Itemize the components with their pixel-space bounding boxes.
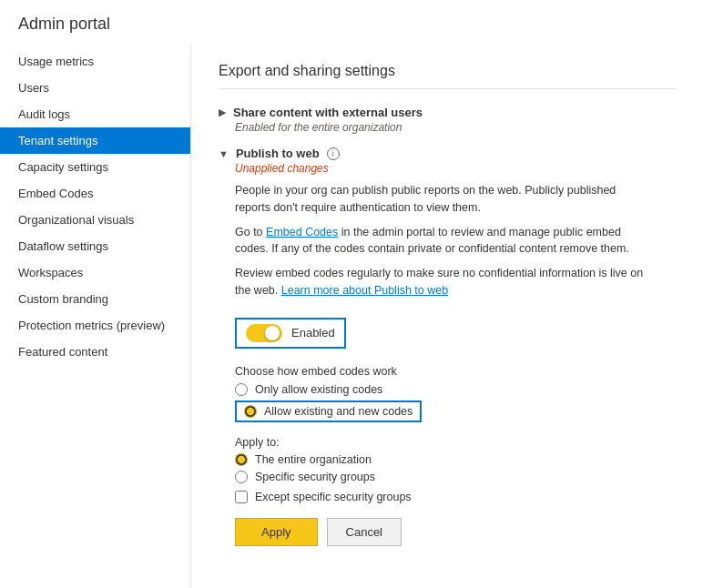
radio-allow-new-input[interactable] bbox=[244, 405, 257, 418]
apply-specific-groups[interactable]: Specific security groups bbox=[235, 471, 676, 483]
sidebar-item-tenant-settings[interactable]: Tenant settings bbox=[0, 127, 190, 154]
sidebar-item-workspaces[interactable]: Workspaces bbox=[0, 259, 190, 286]
section-title: Export and sharing settings bbox=[219, 63, 676, 89]
share-content-arrow[interactable]: ▶ bbox=[219, 106, 226, 118]
embed-codes-group: Choose how embed codes work Only allow e… bbox=[235, 365, 676, 427]
radio-allow-new-label: Allow existing and new codes bbox=[264, 405, 413, 418]
apply-entire-org-label: The entire organization bbox=[255, 453, 372, 466]
share-content-sublabel: Enabled for the entire organization bbox=[235, 121, 676, 134]
apply-button[interactable]: Apply bbox=[235, 518, 318, 546]
sidebar-item-usage-metrics[interactable]: Usage metrics bbox=[0, 48, 190, 75]
app-title: Admin portal bbox=[0, 0, 703, 45]
publish-web-desc1: People in your org can publish public re… bbox=[235, 182, 654, 217]
apply-entire-org[interactable]: The entire organization bbox=[235, 453, 676, 466]
info-icon[interactable]: i bbox=[327, 147, 340, 160]
radio-allow-new-row: Allow existing and new codes bbox=[235, 400, 422, 422]
apply-specific-groups-input[interactable] bbox=[235, 471, 248, 483]
radio-allow-new[interactable]: Allow existing and new codes bbox=[244, 405, 413, 418]
apply-to-label: Apply to: bbox=[235, 436, 676, 449]
apply-entire-org-input[interactable] bbox=[235, 453, 248, 466]
except-security-groups-label: Except specific security groups bbox=[255, 491, 412, 503]
toggle-label: Enabled bbox=[291, 326, 335, 340]
radio-only-existing[interactable]: Only allow existing codes bbox=[235, 383, 676, 396]
radio-only-existing-input[interactable] bbox=[235, 383, 248, 396]
action-buttons: Apply Cancel bbox=[235, 518, 676, 546]
main-content: Export and sharing settings ▶ Share cont… bbox=[191, 45, 703, 588]
sidebar-item-embed-codes[interactable]: Embed Codes bbox=[0, 180, 190, 207]
sidebar-item-protection-metrics[interactable]: Protection metrics (preview) bbox=[0, 312, 190, 339]
sidebar-item-users[interactable]: Users bbox=[0, 75, 190, 101]
sidebar-item-organizational-visuals[interactable]: Organizational visuals bbox=[0, 207, 190, 233]
publish-web-desc3: Review embed codes regularly to make sur… bbox=[235, 265, 654, 299]
apply-to-section: Apply to: The entire organization Specif… bbox=[235, 436, 676, 483]
enabled-toggle[interactable] bbox=[246, 324, 282, 342]
sidebar-item-audit-logs[interactable]: Audit logs bbox=[0, 101, 190, 127]
sidebar-item-featured-content[interactable]: Featured content bbox=[0, 339, 190, 365]
sidebar-item-custom-branding[interactable]: Custom branding bbox=[0, 286, 190, 312]
share-content-label: Share content with external users bbox=[233, 106, 423, 119]
embed-codes-link[interactable]: Embed Codes bbox=[266, 226, 338, 238]
share-content-setting: ▶ Share content with external users Enab… bbox=[219, 106, 676, 134]
except-security-groups-input[interactable] bbox=[235, 491, 248, 503]
publish-web-arrow[interactable]: ▼ bbox=[219, 148, 229, 159]
cancel-button[interactable]: Cancel bbox=[327, 518, 402, 546]
learn-more-link[interactable]: Learn more about Publish to web bbox=[281, 284, 448, 297]
publish-web-body: People in your org can publish public re… bbox=[235, 182, 676, 546]
publish-web-sublabel: Unapplied changes bbox=[235, 162, 676, 175]
except-security-groups[interactable]: Except specific security groups bbox=[235, 491, 676, 503]
publish-web-setting: ▼ Publish to web i Unapplied changes Peo… bbox=[219, 147, 676, 546]
publish-web-desc2: Go to Embed Codes in the admin portal to… bbox=[235, 224, 654, 259]
apply-specific-groups-label: Specific security groups bbox=[255, 471, 375, 483]
toggle-row: Enabled bbox=[235, 318, 346, 349]
radio-only-existing-label: Only allow existing codes bbox=[255, 383, 382, 396]
sidebar-item-capacity-settings[interactable]: Capacity settings bbox=[0, 154, 190, 180]
sidebar-item-dataflow-settings[interactable]: Dataflow settings bbox=[0, 233, 190, 259]
publish-web-label: Publish to web bbox=[236, 147, 320, 160]
embed-codes-group-label: Choose how embed codes work bbox=[235, 365, 676, 378]
sidebar: Usage metrics Users Audit logs Tenant se… bbox=[0, 45, 191, 588]
